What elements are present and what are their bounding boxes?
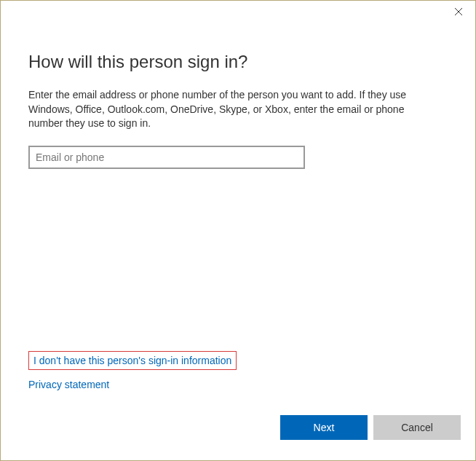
next-button[interactable]: Next	[280, 415, 368, 440]
privacy-statement-link[interactable]: Privacy statement	[28, 377, 448, 392]
links-section: I don't have this person's sign-in infor…	[28, 351, 448, 392]
dialog-heading: How will this person sign in?	[28, 52, 448, 72]
add-user-dialog: How will this person sign in? Enter the …	[0, 0, 476, 461]
dialog-description: Enter the email address or phone number …	[28, 88, 436, 131]
dialog-content: How will this person sign in? Enter the …	[1, 24, 475, 409]
content-spacer	[28, 169, 448, 351]
email-or-phone-input[interactable]	[28, 146, 305, 169]
titlebar	[1, 1, 475, 24]
no-signin-info-link[interactable]: I don't have this person's sign-in infor…	[28, 351, 237, 370]
close-icon	[455, 8, 462, 15]
cancel-button[interactable]: Cancel	[373, 415, 461, 440]
close-button[interactable]	[442, 1, 475, 23]
dialog-footer: Next Cancel	[1, 409, 475, 460]
